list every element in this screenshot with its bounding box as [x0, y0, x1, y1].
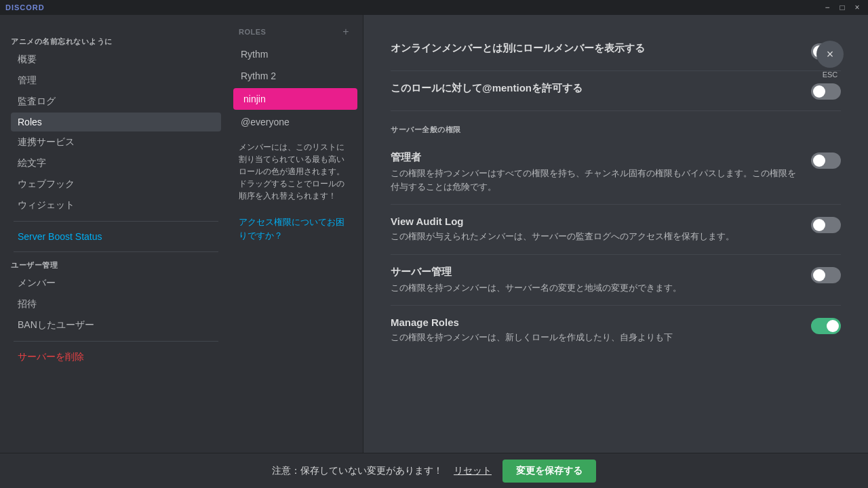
permission-row-server-manage: サーバー管理 この権限を持つメンバーは、サーバー名の変更と地域の変更ができます。 — [391, 255, 841, 306]
reset-button[interactable]: リセット — [454, 465, 492, 477]
toggle-thumb-roles — [827, 320, 839, 332]
permission-row-mention: このロールに対して@mentionを許可する — [391, 71, 841, 111]
roles-panel: ROLES + Rythm Rythm 2 ninjin @everyone メ… — [228, 15, 363, 488]
toggle-manage-roles[interactable] — [811, 318, 841, 334]
close-button[interactable]: × — [852, 2, 863, 13]
permission-row-admin: 管理者 この権限を持つメンバーはすべての権限を持ち、チャンネル固有の権限もバイパ… — [391, 140, 841, 205]
sidebar-item-delete-server[interactable]: サーバーを削除 — [11, 347, 221, 367]
role-item-rythm[interactable]: Rythm — [228, 43, 363, 65]
sidebar-item-kanri[interactable]: 管理 — [11, 70, 221, 91]
sidebar-item-widget[interactable]: ウィジェット — [11, 195, 221, 216]
app-body: アニメの名前忘れないように 概要 管理 監査ログ Roles 連携サービス 絵文… — [0, 15, 868, 488]
sidebar-item-members[interactable]: メンバー — [11, 273, 221, 293]
permission-desc-admin: この権限を持つメンバーはすべての権限を持ち、チャンネル固有の権限もバイパスします… — [391, 167, 797, 193]
user-management-label: ユーザー管理 — [11, 260, 221, 270]
roles-label: ROLES — [239, 28, 266, 36]
sidebar: アニメの名前忘れないように 概要 管理 監査ログ Roles 連携サービス 絵文… — [0, 15, 228, 488]
sidebar-item-webhook[interactable]: ウェブフック — [11, 174, 221, 195]
toggle-thumb-2 — [813, 85, 825, 98]
sidebar-item-emoji[interactable]: 絵文字 — [11, 153, 221, 174]
toggle-admin[interactable] — [811, 152, 841, 169]
sidebar-item-renkei[interactable]: 連携サービス — [11, 132, 221, 152]
sidebar-divider — [14, 221, 218, 222]
titlebar: DISCORD − □ × — [0, 0, 868, 15]
permission-desc-manage-roles: この権限を持つメンバーは、新しくロールを作成したり、自身よりも下 — [391, 331, 797, 344]
window-controls: − □ × — [822, 2, 863, 13]
role-item-rythm2[interactable]: Rythm 2 — [228, 65, 363, 87]
permission-desc-server-manage: この権限を持つメンバーは、サーバー名の変更と地域の変更ができます。 — [391, 281, 797, 295]
toggle-thumb-server — [813, 269, 825, 281]
main-content: オンラインメンバーとは別にロールメンバーを表示する このロールに対して@ment… — [363, 15, 868, 488]
toggle-mention[interactable] — [811, 83, 841, 100]
role-item-everyone[interactable]: @everyone — [228, 111, 363, 133]
role-item-ninjin[interactable]: ninjin — [233, 88, 357, 110]
sidebar-item-kansalog[interactable]: 監査ログ — [11, 92, 221, 112]
app-logo: DISCORD — [5, 3, 45, 12]
toggle-thumb-audit — [813, 219, 825, 231]
toggle-audit-log[interactable] — [811, 217, 841, 233]
server-name: アニメの名前忘れないように — [11, 37, 221, 47]
section-server-permissions: サーバー全般の権限 — [391, 125, 841, 135]
sidebar-divider-3 — [14, 341, 218, 342]
esc-label: ESC — [823, 70, 838, 79]
permission-name-server-manage: サーバー管理 — [391, 266, 797, 279]
sidebar-item-bans[interactable]: BANしたユーザー — [11, 315, 221, 336]
permission-row-audit-log: View Audit Log この権限が与えられたメンバーは、サーバーの監査ログ… — [391, 205, 841, 255]
minimize-button[interactable]: − — [822, 2, 833, 13]
role-access-link[interactable]: アクセス権限についてお困りですか？ — [228, 210, 363, 247]
sidebar-item-server-boost[interactable]: Server Boost Status — [11, 227, 221, 246]
esc-icon: × — [816, 41, 844, 68]
sidebar-item-invites[interactable]: 招待 — [11, 294, 221, 314]
sidebar-divider-2 — [14, 251, 218, 252]
toggle-server-manage[interactable] — [811, 267, 841, 283]
permission-name-manage-roles: Manage Roles — [391, 317, 797, 328]
esc-button[interactable]: × ESC — [816, 41, 844, 79]
toggle-thumb-admin — [813, 155, 825, 167]
role-hint-text: メンバーには、このリストに割り当てられている最も高いロールの色が適用されます。ド… — [228, 133, 363, 210]
permission-name-mention: このロールに対して@mentionを許可する — [391, 82, 797, 95]
save-button[interactable]: 変更を保存する — [502, 460, 596, 483]
sidebar-item-gaiyou[interactable]: 概要 — [11, 49, 221, 70]
add-role-button[interactable]: + — [340, 26, 352, 38]
permission-row-online-separate: オンラインメンバーとは別にロールメンバーを表示する — [391, 31, 841, 71]
maximize-button[interactable]: □ — [837, 2, 848, 13]
permission-name-online-separate: オンラインメンバーとは別にロールメンバーを表示する — [391, 42, 797, 55]
save-bar-text: 注意：保存していない変更があります！ — [272, 465, 443, 477]
sidebar-item-roles[interactable]: Roles — [11, 113, 221, 131]
roles-header: ROLES + — [228, 15, 363, 43]
save-bar: 注意：保存していない変更があります！ リセット 変更を保存する — [0, 453, 868, 488]
permission-name-audit-log: View Audit Log — [391, 216, 797, 227]
permission-desc-audit-log: この権限が与えられたメンバーは、サーバーの監査ログへのアクセス権を保有します。 — [391, 230, 797, 243]
permission-name-admin: 管理者 — [391, 151, 797, 164]
permission-row-manage-roles: Manage Roles この権限を持つメンバーは、新しくロールを作成したり、自… — [391, 306, 841, 355]
